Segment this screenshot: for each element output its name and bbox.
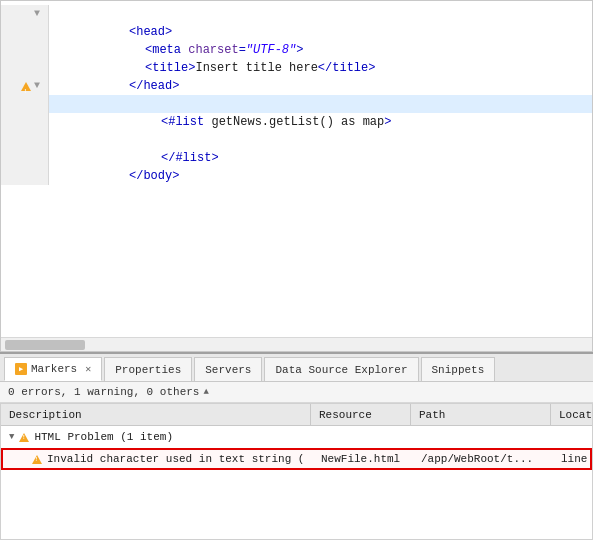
code-line-5: <body> xyxy=(49,77,592,95)
gutter-line-7 xyxy=(1,113,44,131)
tab-markers-label: Markers xyxy=(31,363,77,375)
table-body: ▼ HTML Problem (1 item) Invalid xyxy=(1,426,592,514)
gutter-line-1: ▼ xyxy=(1,5,44,23)
code-line-8: </#list> xyxy=(49,131,592,149)
row-resource-cell: NewFile.html xyxy=(313,450,413,468)
code-line-2: <meta charset="UTF-8"> xyxy=(49,23,592,41)
tab-snippets[interactable]: Snippets xyxy=(421,357,496,381)
col-location: Locat xyxy=(551,404,593,425)
gutter-line-8 xyxy=(1,131,44,149)
expand-arrow-icon: ▲ xyxy=(203,387,208,397)
gutter-line-4 xyxy=(1,59,44,77)
status-text: 0 errors, 1 warning, 0 others xyxy=(8,386,199,398)
col-description: Description xyxy=(1,404,311,425)
tab-datasource[interactable]: Data Source Explorer xyxy=(264,357,418,381)
row-path: /app/WebRoot/t... xyxy=(421,453,533,465)
col-resource: Resource xyxy=(311,404,411,425)
scrollbar-thumb[interactable] xyxy=(5,340,85,350)
tab-datasource-label: Data Source Explorer xyxy=(275,364,407,376)
group-resource-cell xyxy=(311,426,411,448)
line-gutter: ▼ ▼ xyxy=(1,5,49,185)
code-line-3: <title>Insert title here</title> xyxy=(49,41,592,59)
code-line-7 xyxy=(49,113,592,131)
row-description-cell: Invalid character used in text string ( xyxy=(3,450,313,468)
horizontal-scrollbar[interactable] xyxy=(1,337,592,351)
row-warning-icon xyxy=(31,453,43,465)
markers-icon xyxy=(15,363,27,375)
row-resource: NewFile.html xyxy=(321,453,400,465)
tab-properties[interactable]: Properties xyxy=(104,357,192,381)
code-line-6: <#list getNews.getList() as map> xyxy=(49,95,592,113)
table-header: Description Resource Path Locat xyxy=(1,404,592,426)
group-label: HTML Problem (1 item) xyxy=(34,431,173,443)
code-line-1: <head> xyxy=(49,5,592,23)
bottom-panel: Markers ✕ Properties Servers Data Source… xyxy=(0,352,593,540)
gutter-line-3 xyxy=(1,41,44,59)
tab-bar: Markers ✕ Properties Servers Data Source… xyxy=(0,354,593,382)
tab-snippets-label: Snippets xyxy=(432,364,485,376)
code-line-10: </html> xyxy=(49,167,592,185)
tab-servers-label: Servers xyxy=(205,364,251,376)
table-group-row[interactable]: ▼ HTML Problem (1 item) xyxy=(1,426,592,448)
markers-table: Description Resource Path Locat ▼ HTML xyxy=(0,403,593,540)
code-lines: <head> <meta charset="UTF-8"> <title>Ins… xyxy=(49,5,592,185)
group-warning-icon xyxy=(18,431,30,443)
group-path-cell xyxy=(411,426,551,448)
group-cell: ▼ HTML Problem (1 item) xyxy=(1,426,311,448)
row-location: line 8 xyxy=(561,453,593,465)
tab-markers-close[interactable]: ✕ xyxy=(85,363,91,375)
code-content: ▼ ▼ <head> xyxy=(1,1,592,337)
code-line-4: </head> xyxy=(49,59,592,77)
gutter-line-9 xyxy=(1,149,44,167)
group-location-cell xyxy=(551,426,593,448)
gutter-line-2 xyxy=(1,23,44,41)
empty-row-2 xyxy=(1,492,592,514)
gutter-line-5: ▼ xyxy=(1,77,44,95)
expand-triangle-icon: ▼ xyxy=(9,432,14,442)
tab-properties-label: Properties xyxy=(115,364,181,376)
row-location-cell: line 8 xyxy=(553,450,593,468)
row-description: Invalid character used in text string ( xyxy=(47,453,304,465)
markers-status-bar: 0 errors, 1 warning, 0 others ▲ xyxy=(0,382,593,403)
row-path-cell: /app/WebRoot/t... xyxy=(413,450,553,468)
col-path: Path xyxy=(411,404,551,425)
empty-row-1 xyxy=(1,470,592,492)
gutter-line-10 xyxy=(1,167,44,185)
tab-servers[interactable]: Servers xyxy=(194,357,262,381)
code-line-9: </body> xyxy=(49,149,592,167)
code-editor: ▼ ▼ <head> xyxy=(0,0,593,352)
tab-markers[interactable]: Markers ✕ xyxy=(4,357,102,381)
table-row[interactable]: Invalid character used in text string ( … xyxy=(1,448,592,470)
